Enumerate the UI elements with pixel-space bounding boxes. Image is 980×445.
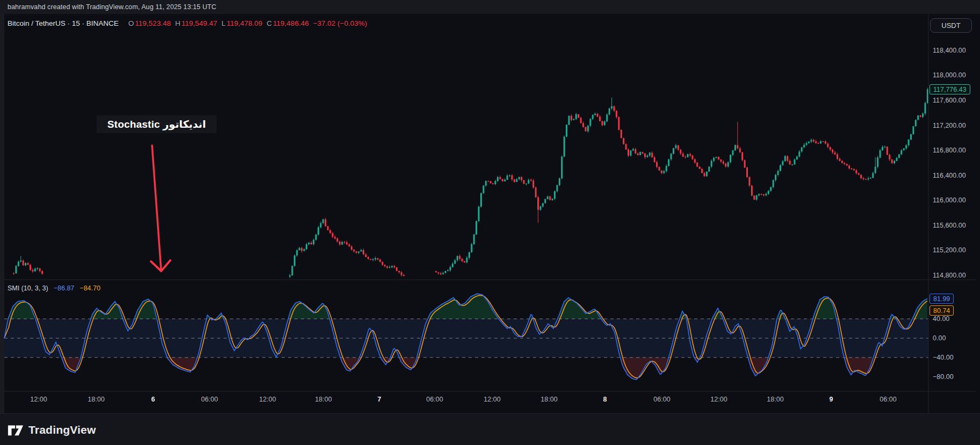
drawing-arrow[interactable]	[152, 145, 161, 271]
drawing-text-annotation[interactable]: Stochastic انديكاتور	[97, 115, 217, 133]
close-value: 119,486.46	[273, 19, 309, 27]
symbol-legend[interactable]: Bitcoin / TetherUS · 15 · BINANCE O 119,…	[8, 18, 367, 28]
symbol-title: Bitcoin / TetherUS · 15 · BINANCE	[8, 19, 119, 27]
chart-canvas[interactable]	[0, 0, 980, 445]
price-axis-tick: 116,000.00	[933, 196, 966, 204]
price-axis-tick: 115,200.00	[933, 246, 966, 254]
smi-d-last-label: 80.74	[929, 305, 954, 316]
price-axis-tick: 117,200.00	[933, 122, 966, 129]
time-axis-tick: 06:00	[653, 396, 670, 403]
time-axis-tick: 06:00	[426, 396, 443, 403]
tradingview-chart-window: bahramvahd created with TradingView.com,…	[0, 0, 980, 445]
price-axis-tick: 118,400.00	[933, 47, 966, 54]
time-axis-day-tick: 8	[603, 396, 607, 403]
price-axis-tick: 115,600.00	[933, 222, 966, 229]
smi-k-last-label: 81.99	[929, 294, 954, 304]
price-axis-tick: 116,800.00	[933, 147, 966, 154]
time-axis-tick: 06:00	[201, 396, 218, 403]
time-axis-tick: 12:00	[484, 396, 500, 403]
smi-axis-tick: 40.00	[933, 315, 949, 323]
price-axis-tick: 116,400.00	[933, 172, 966, 179]
smi-legend[interactable]: SMI (10, 3, 3) −86.87 −84.70	[8, 283, 100, 293]
low-value: 119,478.09	[227, 19, 263, 27]
time-axis-tick: 18:00	[541, 396, 557, 403]
time-axis-tick: 18:00	[315, 396, 332, 403]
tradingview-wordmark[interactable]: TradingView	[28, 424, 96, 436]
time-axis-tick: 12:00	[710, 396, 727, 403]
time-axis-tick: 18:00	[767, 396, 783, 403]
smi-axis-tick: −40.00	[933, 354, 954, 361]
tradingview-logo-icon[interactable]	[8, 422, 24, 437]
time-axis-tick: 12:00	[30, 396, 47, 403]
smi-axis-tick: −80.00	[933, 373, 954, 381]
time-axis-day-tick: 7	[378, 396, 381, 403]
time-axis-tick: 18:00	[88, 396, 104, 403]
time-axis-day-tick: 9	[830, 396, 833, 403]
low-label: L	[221, 19, 226, 27]
change-value: −37.02 (−0.03%)	[313, 19, 367, 27]
smi-k-value: −86.87	[54, 284, 75, 292]
smi-axis-tick: 0.00	[933, 334, 946, 342]
smi-title: SMI (10, 3, 3)	[8, 284, 48, 292]
smi-d-value: −84.70	[80, 284, 100, 292]
open-label: O	[128, 19, 134, 27]
time-axis-tick: 12:00	[259, 396, 276, 403]
price-axis-tick: 117,600.00	[933, 97, 966, 104]
footer-bar: TradingView	[0, 413, 980, 445]
time-axis-day-tick: 6	[152, 396, 155, 403]
currency-toggle-button[interactable]: USDT	[930, 18, 972, 33]
price-axis-tick: 114,800.00	[933, 272, 966, 279]
price-axis-tick: 118,000.00	[933, 71, 966, 79]
close-label: C	[266, 19, 272, 27]
time-axis-tick: 06:00	[880, 396, 896, 403]
high-value: 119,549.47	[182, 19, 218, 27]
open-value: 119,523.48	[135, 19, 171, 27]
high-label: H	[175, 19, 181, 27]
last-price-label: 117,776.43	[929, 84, 970, 94]
